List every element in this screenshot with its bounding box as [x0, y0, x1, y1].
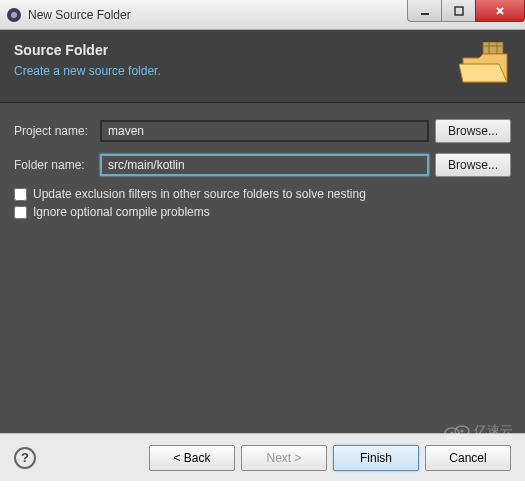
- update-exclusion-checkbox[interactable]: [14, 188, 27, 201]
- folder-name-input[interactable]: [100, 154, 429, 176]
- folder-name-label: Folder name:: [14, 158, 94, 172]
- close-button[interactable]: [475, 0, 525, 22]
- header-panel: Source Folder Create a new source folder…: [0, 30, 525, 103]
- folder-name-row: Folder name: Browse...: [14, 153, 511, 177]
- window-title: New Source Folder: [28, 8, 131, 22]
- button-bar: ? < Back Next > Finish Cancel: [0, 433, 525, 481]
- update-exclusion-row: Update exclusion filters in other source…: [14, 187, 511, 201]
- next-button: Next >: [241, 445, 327, 471]
- ignore-optional-label: Ignore optional compile problems: [33, 205, 210, 219]
- ignore-optional-checkbox[interactable]: [14, 206, 27, 219]
- ignore-optional-row: Ignore optional compile problems: [14, 205, 511, 219]
- update-exclusion-label: Update exclusion filters in other source…: [33, 187, 366, 201]
- maximize-button[interactable]: [441, 0, 476, 22]
- svg-rect-3: [455, 7, 463, 15]
- titlebar[interactable]: New Source Folder: [0, 0, 525, 30]
- back-button[interactable]: < Back: [149, 445, 235, 471]
- minimize-button[interactable]: [407, 0, 442, 22]
- project-name-row: Project name: Browse...: [14, 119, 511, 143]
- window-controls: [408, 0, 525, 29]
- folder-open-icon: [459, 42, 511, 86]
- finish-button[interactable]: Finish: [333, 445, 419, 471]
- cancel-button[interactable]: Cancel: [425, 445, 511, 471]
- page-title: Source Folder: [14, 42, 459, 58]
- help-icon[interactable]: ?: [14, 447, 36, 469]
- page-subtitle: Create a new source folder.: [14, 64, 459, 78]
- project-name-input[interactable]: [100, 120, 429, 142]
- project-browse-button[interactable]: Browse...: [435, 119, 511, 143]
- project-name-label: Project name:: [14, 124, 94, 138]
- svg-rect-6: [483, 42, 503, 54]
- folder-browse-button[interactable]: Browse...: [435, 153, 511, 177]
- app-icon: [6, 7, 22, 23]
- form-area: Project name: Browse... Folder name: Bro…: [0, 103, 525, 433]
- svg-point-1: [11, 12, 17, 18]
